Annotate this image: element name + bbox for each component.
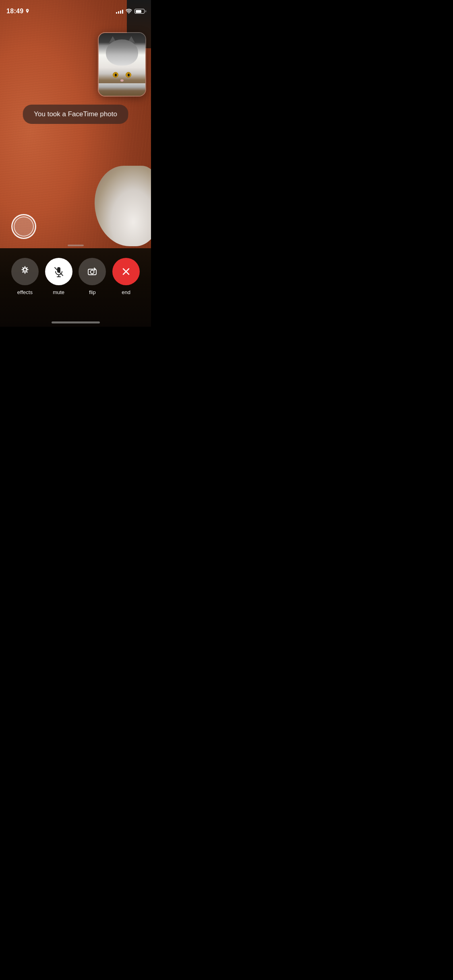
signal-icon — [116, 9, 123, 14]
cat-body — [99, 83, 145, 96]
svg-point-6 — [91, 270, 94, 274]
flip-icon — [85, 265, 99, 278]
bottom-controls-panel: effects mute — [0, 248, 151, 327]
cat-eyes — [113, 72, 131, 78]
mute-button[interactable]: mute — [45, 258, 72, 295]
status-time: 18:49 — [6, 8, 30, 15]
controls-row: effects mute — [0, 258, 151, 295]
cat-head — [106, 39, 138, 66]
battery-icon — [134, 9, 145, 14]
pip-video[interactable] — [98, 32, 146, 97]
wifi-icon — [126, 9, 132, 14]
flip-label: flip — [89, 289, 96, 295]
location-icon — [25, 9, 30, 14]
effects-button[interactable]: effects — [11, 258, 39, 295]
mute-icon — [52, 265, 66, 278]
photo-toast-text: You took a FaceTime photo — [34, 110, 117, 118]
end-icon — [120, 266, 132, 278]
facetime-photo-toast: You took a FaceTime photo — [23, 105, 128, 124]
status-bar: 18:49 — [0, 0, 151, 18]
svg-point-0 — [23, 268, 26, 271]
effects-icon — [18, 265, 32, 278]
shutter-button[interactable] — [11, 214, 36, 239]
status-right — [116, 9, 145, 14]
end-label: end — [122, 289, 130, 295]
mute-label: mute — [53, 289, 64, 295]
effects-label: effects — [17, 289, 33, 295]
drag-handle — [68, 245, 84, 246]
home-indicator — [52, 321, 100, 323]
flip-button[interactable]: flip — [79, 258, 106, 295]
cat-nose — [120, 79, 124, 82]
end-button[interactable]: end — [112, 258, 140, 295]
